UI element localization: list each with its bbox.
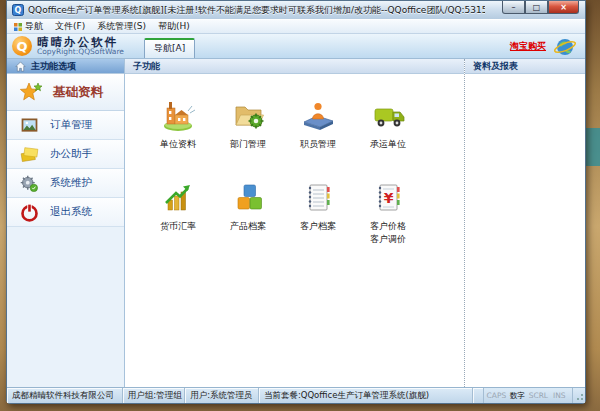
function-customer-archive[interactable]: 客户档案 — [283, 180, 353, 245]
menu-item-label: 导航 — [25, 20, 43, 33]
close-button[interactable]: × — [548, 1, 579, 14]
reports-header-label: 资料及报表 — [473, 60, 518, 73]
menu-item-file[interactable]: 文件(F) — [55, 20, 85, 33]
caps-indicator: CAPS — [486, 391, 507, 400]
person-book-icon — [300, 98, 337, 134]
truck-icon — [370, 98, 407, 134]
menu-bar: 导航 文件(F) 系统管理(S) 帮助(H) — [7, 19, 585, 34]
tools-icon — [19, 173, 40, 194]
reports-header: 资料及报表 — [465, 59, 585, 74]
desktop-background: Q QQoffice生产订单管理系统[旗舰][未注册!软件不能满足您要求时可联系… — [0, 0, 600, 411]
function-label: 产品档案 — [230, 221, 266, 232]
globe-icon[interactable] — [553, 36, 577, 57]
app-logo: Q 晴晴办公软件 CopyRight:QQSoftWare — [12, 36, 124, 56]
function-grid: 单位资料 部门管理 — [125, 74, 464, 245]
maximize-button[interactable]: □ — [525, 1, 548, 14]
menu-item-system[interactable]: 系统管理(S) — [97, 20, 146, 33]
blocks-icon — [230, 180, 267, 216]
power-icon — [19, 202, 40, 223]
function-label: 单位资料 — [160, 139, 196, 150]
svg-text:¥: ¥ — [383, 190, 393, 206]
app-window: Q QQoffice生产订单管理系统[旗舰][未注册!软件不能满足您要求时可联系… — [6, 0, 586, 404]
sidebar-item-system-maintenance[interactable]: 系统维护 — [7, 169, 124, 198]
function-department-management[interactable]: 部门管理 — [213, 98, 283, 150]
desktop-wallpaper-streak — [585, 128, 600, 166]
function-currency-rate[interactable]: 货币汇率 — [143, 180, 213, 245]
insert-indicator: INS — [549, 391, 570, 400]
sidebar-header-label: 主功能选项 — [31, 60, 76, 73]
svg-text:Q: Q — [15, 6, 22, 15]
sidebar: 主功能选项 基础资料 — [7, 59, 125, 387]
status-user: 用户:系统管理员 — [185, 388, 259, 403]
sidebar-item-office-assistant[interactable]: 办公助手 — [7, 140, 124, 169]
title-bar[interactable]: Q QQoffice生产订单管理系统[旗舰][未注册!软件不能满足您要求时可联系… — [7, 1, 585, 19]
sidebar-item-label: 办公助手 — [50, 147, 92, 161]
menu-item-navigate[interactable]: 导航 — [14, 20, 43, 33]
window-controls: – □ × — [502, 1, 579, 14]
factory-icon — [160, 98, 197, 134]
sidebar-group-basic-data[interactable]: 基础资料 — [7, 74, 124, 111]
tab-navigation[interactable]: 导航[A] — [144, 38, 195, 58]
function-label: 部门管理 — [230, 139, 266, 150]
status-bar: 成都精晴软件科技有限公司 用户组:管理组 用户:系统管理员 当前套餐:QQoff… — [7, 387, 585, 403]
function-label: 货币汇率 — [160, 221, 196, 232]
num-indicator: 数字 — [507, 391, 528, 401]
brand-band: Q 晴晴办公软件 CopyRight:QQSoftWare 导航[A] 淘宝购买 — [7, 34, 585, 59]
notes-icon — [19, 144, 40, 165]
sidebar-item-order-management[interactable]: 订单管理 — [7, 111, 124, 140]
function-label: 客户价格 — [370, 221, 406, 232]
q-logo-icon: Q — [12, 36, 32, 56]
brand-copyright: CopyRight:QQSoftWare — [37, 48, 124, 56]
status-user-group: 用户组:管理组 — [123, 388, 185, 403]
reports-panel: 资料及报表 — [464, 59, 585, 387]
function-product-archive[interactable]: 产品档案 — [213, 180, 283, 245]
function-label: 承运单位 — [370, 139, 406, 150]
function-label: 客户档案 — [300, 221, 336, 232]
main-area: 主功能选项 基础资料 — [7, 59, 585, 387]
home-icon — [15, 61, 26, 72]
sidebar-group-label: 基础资料 — [53, 84, 103, 101]
menu-item-help[interactable]: 帮助(H) — [158, 20, 190, 33]
folder-gear-icon — [230, 98, 267, 134]
sidebar-item-label: 订单管理 — [50, 118, 92, 132]
scroll-indicator: SCRL — [528, 391, 549, 400]
function-carrier-unit[interactable]: 承运单位 — [353, 98, 423, 150]
function-company-info[interactable]: 单位资料 — [143, 98, 213, 150]
picture-icon — [19, 115, 40, 136]
subfunction-header-label: 子功能 — [133, 60, 160, 73]
subfunction-panel: 子功能 — [125, 59, 464, 387]
resize-grip[interactable] — [573, 388, 585, 403]
status-empty — [473, 388, 484, 403]
ledger-yuan-icon: ¥ — [370, 180, 407, 216]
function-customer-pricing[interactable]: ¥ 客户价格 客户调价 — [353, 180, 423, 245]
chart-up-icon — [160, 180, 197, 216]
status-company: 成都精晴软件科技有限公司 — [7, 388, 123, 403]
nav-grid-icon — [14, 23, 22, 31]
function-label: 职员管理 — [300, 139, 336, 150]
status-package: 当前套餐:QQoffice生产订单管理系统(旗舰) — [259, 388, 473, 403]
sidebar-item-label: 系统维护 — [50, 176, 92, 190]
ledger-icon — [300, 180, 337, 216]
sidebar-empty-area — [7, 227, 124, 387]
app-window-icon: Q — [12, 4, 24, 16]
subfunction-header: 子功能 — [125, 59, 464, 74]
minimize-button[interactable]: – — [502, 1, 525, 14]
sidebar-header: 主功能选项 — [7, 59, 124, 74]
function-label-line2: 客户调价 — [370, 234, 406, 245]
taobao-buy-link[interactable]: 淘宝购买 — [510, 40, 546, 53]
function-staff-management[interactable]: 职员管理 — [283, 98, 353, 150]
sidebar-item-label: 退出系统 — [50, 205, 92, 219]
window-title: QQoffice生产订单管理系统[旗舰][未注册!软件不能满足您要求时可联系我们… — [28, 4, 485, 17]
status-indicators: CAPS 数字 SCRL INS — [484, 388, 573, 403]
sidebar-item-exit-system[interactable]: 退出系统 — [7, 198, 124, 227]
stars-icon — [17, 79, 44, 106]
